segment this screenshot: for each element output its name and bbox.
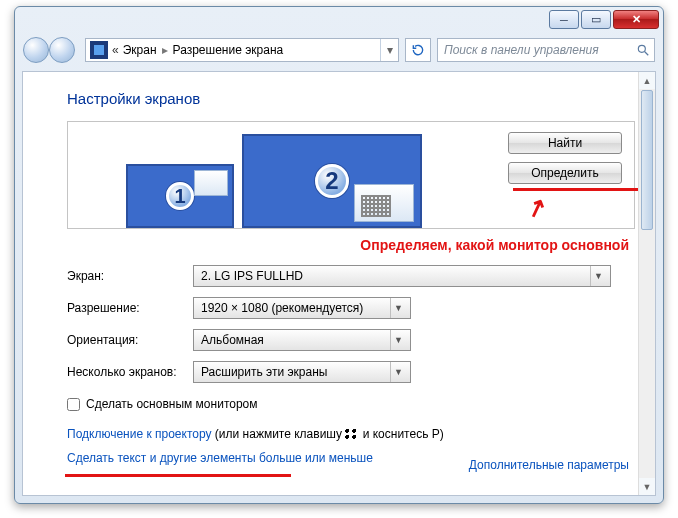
monitor-preview-panel: 1 2 Найти Определить [67,121,635,229]
search-icon [636,43,650,57]
screen-value: 2. LG IPS FULLHD [201,269,303,283]
chevron-down-icon: ▼ [390,330,406,350]
projector-link[interactable]: Подключение к проектору [67,427,212,441]
annotation-underline-2 [65,474,291,477]
projector-suffix1: (или нажмите клавишу [215,427,346,441]
page-title: Настройки экранов [67,90,635,107]
orientation-label: Ориентация: [67,333,193,347]
scroll-down-icon[interactable]: ▼ [639,478,655,495]
breadcrumb-level1[interactable]: Экран [123,43,157,57]
display-icon [90,41,108,59]
multiple-displays-value: Расширить эти экраны [201,365,327,379]
scrollbar-thumb[interactable] [641,90,653,230]
make-primary-checkbox[interactable] [67,398,80,411]
find-button[interactable]: Найти [508,132,622,154]
nav-back-icon [23,37,49,63]
monitor-1-number: 1 [166,182,194,210]
title-bar: ─ ▭ ✕ [15,7,663,33]
search-input[interactable]: Поиск в панели управления [437,38,655,62]
monitor-1-taskbar-icon [194,170,228,196]
minimize-button[interactable]: ─ [549,10,579,29]
window-frame: ─ ▭ ✕ « Экран ▸ Разрешение экрана ▾ Поис… [14,6,664,504]
projector-suffix2: и коснитесь P) [363,427,444,441]
breadcrumb[interactable]: « Экран ▸ Разрешение экрана ▾ [85,38,399,62]
resolution-label: Разрешение: [67,301,193,315]
text-size-link[interactable]: Сделать текст и другие элементы больше и… [67,451,373,465]
breadcrumb-level2[interactable]: Разрешение экрана [173,43,284,57]
annotation-text: Определяем, какой монитор основной [67,237,635,253]
vertical-scrollbar[interactable]: ▲ ▼ [638,72,655,495]
screen-label: Экран: [67,269,193,283]
nav-forward-icon [49,37,75,63]
refresh-icon [411,43,425,57]
make-primary-label: Сделать основным монитором [86,397,258,411]
screen-dropdown[interactable]: 2. LG IPS FULLHD ▼ [193,265,611,287]
chevron-right-icon: ▸ [162,43,168,57]
resolution-value: 1920 × 1080 (рекомендуется) [201,301,363,315]
search-placeholder: Поиск в панели управления [444,43,599,57]
chevron-down-icon: ▼ [390,298,406,318]
monitor-2-window-icon [354,184,414,222]
nav-back-forward[interactable] [23,36,79,64]
close-button[interactable]: ✕ [613,10,659,29]
orientation-dropdown[interactable]: Альбомная ▼ [193,329,411,351]
identify-button[interactable]: Определить [508,162,622,184]
scroll-up-icon[interactable]: ▲ [639,72,655,89]
refresh-button[interactable] [405,38,431,62]
chevron-left-icon: « [112,43,119,57]
svg-line-1 [645,52,649,56]
resolution-dropdown[interactable]: 1920 × 1080 (рекомендуется) ▼ [193,297,411,319]
multiple-displays-label: Несколько экранов: [67,365,193,379]
orientation-value: Альбомная [201,333,264,347]
maximize-button[interactable]: ▭ [581,10,611,29]
client-area: Настройки экранов 1 2 Найти [22,71,656,496]
annotation-underline [513,188,653,191]
advanced-settings-link[interactable]: Дополнительные параметры [469,458,629,472]
monitor-2-number: 2 [315,164,349,198]
address-row: « Экран ▸ Разрешение экрана ▾ Поиск в па… [15,33,663,67]
chevron-down-icon: ▼ [390,362,406,382]
multiple-displays-dropdown[interactable]: Расширить эти экраны ▼ [193,361,411,383]
windows-key-icon [345,429,359,441]
breadcrumb-dropdown[interactable]: ▾ [380,39,398,61]
monitor-1[interactable]: 1 [126,164,234,228]
svg-point-0 [638,45,645,52]
chevron-down-icon: ▼ [590,266,606,286]
monitor-2[interactable]: 2 [242,134,422,228]
